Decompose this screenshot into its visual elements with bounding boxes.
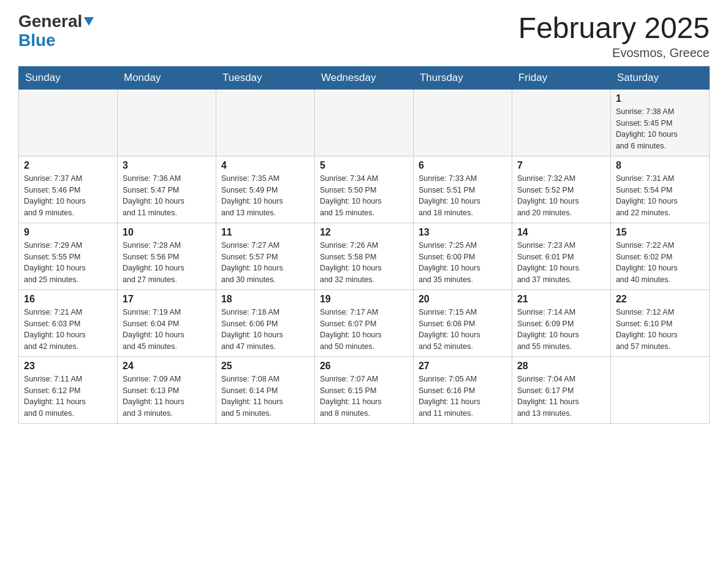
day-info: Sunrise: 7:08 AM Sunset: 6:14 PM Dayligh…	[221, 373, 309, 419]
day-info: Sunrise: 7:36 AM Sunset: 5:47 PM Dayligh…	[123, 173, 211, 219]
calendar-cell: 15Sunrise: 7:22 AM Sunset: 6:02 PM Dayli…	[610, 223, 709, 289]
calendar-week-5: 23Sunrise: 7:11 AM Sunset: 6:12 PM Dayli…	[19, 356, 710, 423]
calendar-cell: 20Sunrise: 7:15 AM Sunset: 6:08 PM Dayli…	[413, 289, 512, 356]
calendar-cell: 22Sunrise: 7:12 AM Sunset: 6:10 PM Dayli…	[610, 289, 709, 356]
day-number: 12	[320, 227, 408, 238]
calendar-cell	[117, 89, 216, 156]
logo: General Blue	[18, 12, 94, 50]
day-info: Sunrise: 7:17 AM Sunset: 6:07 PM Dayligh…	[320, 307, 408, 353]
day-number: 11	[221, 227, 309, 238]
day-info: Sunrise: 7:28 AM Sunset: 5:56 PM Dayligh…	[123, 240, 211, 286]
calendar-cell: 3Sunrise: 7:36 AM Sunset: 5:47 PM Daylig…	[117, 156, 216, 223]
day-number: 14	[517, 227, 605, 238]
day-info: Sunrise: 7:12 AM Sunset: 6:10 PM Dayligh…	[616, 307, 704, 353]
calendar-cell	[512, 89, 610, 156]
calendar-cell: 18Sunrise: 7:18 AM Sunset: 6:06 PM Dayli…	[216, 289, 314, 356]
day-number: 9	[24, 227, 112, 238]
page-header: General Blue February 2025 Evosmos, Gree…	[18, 12, 710, 60]
day-number: 15	[616, 227, 704, 238]
day-info: Sunrise: 7:35 AM Sunset: 5:49 PM Dayligh…	[221, 173, 309, 219]
calendar-cell: 27Sunrise: 7:05 AM Sunset: 6:16 PM Dayli…	[413, 356, 512, 423]
calendar-cell: 1Sunrise: 7:38 AM Sunset: 5:45 PM Daylig…	[610, 89, 709, 156]
calendar-cell: 2Sunrise: 7:37 AM Sunset: 5:46 PM Daylig…	[19, 156, 118, 223]
calendar-cell	[216, 89, 314, 156]
calendar-cell	[314, 89, 413, 156]
day-info: Sunrise: 7:26 AM Sunset: 5:58 PM Dayligh…	[320, 240, 408, 286]
day-number: 20	[419, 294, 507, 305]
weekday-header-friday: Friday	[512, 66, 610, 89]
weekday-header-tuesday: Tuesday	[216, 66, 314, 89]
calendar-cell: 7Sunrise: 7:32 AM Sunset: 5:52 PM Daylig…	[512, 156, 610, 223]
month-title: February 2025	[518, 12, 710, 45]
calendar-week-4: 16Sunrise: 7:21 AM Sunset: 6:03 PM Dayli…	[19, 289, 710, 356]
calendar-cell: 26Sunrise: 7:07 AM Sunset: 6:15 PM Dayli…	[314, 356, 413, 423]
weekday-header-wednesday: Wednesday	[314, 66, 413, 89]
calendar-cell: 16Sunrise: 7:21 AM Sunset: 6:03 PM Dayli…	[19, 289, 118, 356]
location-text: Evosmos, Greece	[518, 46, 710, 60]
calendar-cell: 17Sunrise: 7:19 AM Sunset: 6:04 PM Dayli…	[117, 289, 216, 356]
day-number: 6	[419, 160, 507, 171]
calendar-cell: 12Sunrise: 7:26 AM Sunset: 5:58 PM Dayli…	[314, 223, 413, 289]
calendar-table: SundayMondayTuesdayWednesdayThursdayFrid…	[18, 66, 710, 424]
day-info: Sunrise: 7:14 AM Sunset: 6:09 PM Dayligh…	[517, 307, 605, 353]
calendar-cell: 8Sunrise: 7:31 AM Sunset: 5:54 PM Daylig…	[610, 156, 709, 223]
logo-general-text: General	[18, 12, 82, 31]
day-number: 25	[221, 361, 309, 372]
weekday-header-thursday: Thursday	[413, 66, 512, 89]
logo-blue-text: Blue	[18, 31, 94, 50]
calendar-week-3: 9Sunrise: 7:29 AM Sunset: 5:55 PM Daylig…	[19, 223, 710, 289]
calendar-cell: 5Sunrise: 7:34 AM Sunset: 5:50 PM Daylig…	[314, 156, 413, 223]
day-number: 24	[123, 361, 211, 372]
day-number: 17	[123, 294, 211, 305]
day-info: Sunrise: 7:32 AM Sunset: 5:52 PM Dayligh…	[517, 173, 605, 219]
calendar-cell: 9Sunrise: 7:29 AM Sunset: 5:55 PM Daylig…	[19, 223, 118, 289]
day-info: Sunrise: 7:29 AM Sunset: 5:55 PM Dayligh…	[24, 240, 112, 286]
day-number: 8	[616, 160, 704, 171]
calendar-cell	[413, 89, 512, 156]
calendar-cell: 21Sunrise: 7:14 AM Sunset: 6:09 PM Dayli…	[512, 289, 610, 356]
calendar-cell: 19Sunrise: 7:17 AM Sunset: 6:07 PM Dayli…	[314, 289, 413, 356]
day-number: 5	[320, 160, 408, 171]
day-number: 27	[419, 361, 507, 372]
day-info: Sunrise: 7:31 AM Sunset: 5:54 PM Dayligh…	[616, 173, 704, 219]
calendar-cell: 14Sunrise: 7:23 AM Sunset: 6:01 PM Dayli…	[512, 223, 610, 289]
day-number: 28	[517, 361, 605, 372]
day-info: Sunrise: 7:23 AM Sunset: 6:01 PM Dayligh…	[517, 240, 605, 286]
day-number: 26	[320, 361, 408, 372]
day-info: Sunrise: 7:04 AM Sunset: 6:17 PM Dayligh…	[517, 373, 605, 419]
svg-marker-0	[84, 17, 94, 26]
day-number: 2	[24, 160, 112, 171]
calendar-cell: 6Sunrise: 7:33 AM Sunset: 5:51 PM Daylig…	[413, 156, 512, 223]
calendar-week-2: 2Sunrise: 7:37 AM Sunset: 5:46 PM Daylig…	[19, 156, 710, 223]
calendar-cell	[19, 89, 118, 156]
day-info: Sunrise: 7:27 AM Sunset: 5:57 PM Dayligh…	[221, 240, 309, 286]
day-number: 16	[24, 294, 112, 305]
title-section: February 2025 Evosmos, Greece	[518, 12, 710, 60]
day-info: Sunrise: 7:37 AM Sunset: 5:46 PM Dayligh…	[24, 173, 112, 219]
day-number: 13	[419, 227, 507, 238]
calendar-cell: 4Sunrise: 7:35 AM Sunset: 5:49 PM Daylig…	[216, 156, 314, 223]
day-number: 21	[517, 294, 605, 305]
calendar-cell: 25Sunrise: 7:08 AM Sunset: 6:14 PM Dayli…	[216, 356, 314, 423]
day-info: Sunrise: 7:11 AM Sunset: 6:12 PM Dayligh…	[24, 373, 112, 419]
calendar-cell: 13Sunrise: 7:25 AM Sunset: 6:00 PM Dayli…	[413, 223, 512, 289]
day-info: Sunrise: 7:18 AM Sunset: 6:06 PM Dayligh…	[221, 307, 309, 353]
day-number: 22	[616, 294, 704, 305]
day-number: 19	[320, 294, 408, 305]
day-number: 7	[517, 160, 605, 171]
day-info: Sunrise: 7:22 AM Sunset: 6:02 PM Dayligh…	[616, 240, 704, 286]
weekday-header-monday: Monday	[117, 66, 216, 89]
day-number: 18	[221, 294, 309, 305]
day-info: Sunrise: 7:25 AM Sunset: 6:00 PM Dayligh…	[419, 240, 507, 286]
calendar-cell: 11Sunrise: 7:27 AM Sunset: 5:57 PM Dayli…	[216, 223, 314, 289]
day-number: 4	[221, 160, 309, 171]
calendar-cell	[610, 356, 709, 423]
weekday-header-sunday: Sunday	[19, 66, 118, 89]
day-info: Sunrise: 7:19 AM Sunset: 6:04 PM Dayligh…	[123, 307, 211, 353]
calendar-cell: 23Sunrise: 7:11 AM Sunset: 6:12 PM Dayli…	[19, 356, 118, 423]
calendar-week-1: 1Sunrise: 7:38 AM Sunset: 5:45 PM Daylig…	[19, 89, 710, 156]
day-number: 23	[24, 361, 112, 372]
calendar-cell: 28Sunrise: 7:04 AM Sunset: 6:17 PM Dayli…	[512, 356, 610, 423]
day-number: 10	[123, 227, 211, 238]
weekday-header-saturday: Saturday	[610, 66, 709, 89]
